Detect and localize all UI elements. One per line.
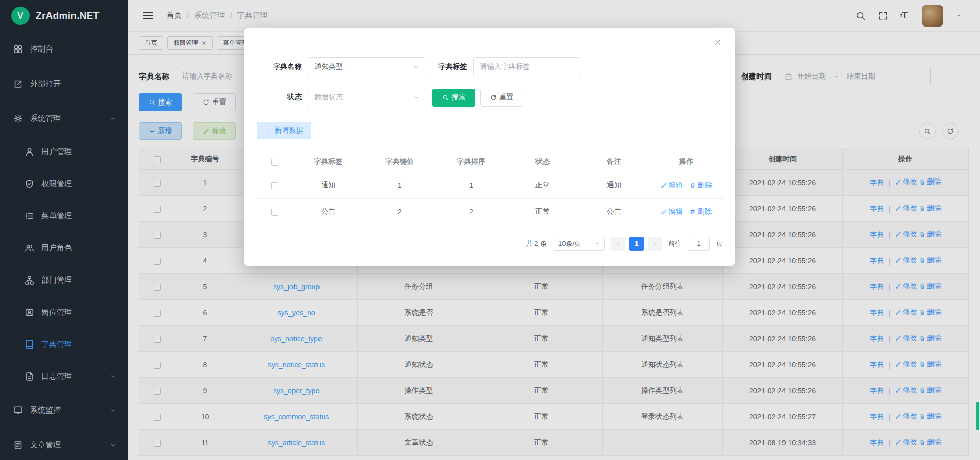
page-size-select[interactable]: 10条/页 xyxy=(553,237,605,251)
cell-dict-label: 通知 xyxy=(292,172,364,198)
modal-delete-link[interactable]: 删除 xyxy=(690,181,712,190)
dict-label-input[interactable]: 请输入字典标签 xyxy=(473,57,580,76)
trash-icon xyxy=(690,182,696,188)
chevron-down-icon xyxy=(413,94,420,101)
add-data-button[interactable]: 新增数据 xyxy=(257,122,311,139)
scrollbar-thumb[interactable] xyxy=(976,402,979,430)
dict-data-modal: 字典名称 通知类型 字典标签 请输入字典标签 状态 数据状态 搜索 重置 xyxy=(244,28,735,266)
cell-dict-value: 2 xyxy=(364,198,435,225)
chevron-down-icon xyxy=(594,240,600,247)
modal-delete-link[interactable]: 删除 xyxy=(690,207,712,216)
cell-dict-value: 1 xyxy=(364,172,435,198)
cell-operations: 编辑 删除 xyxy=(650,172,723,198)
modal-table-row: 公告 2 2 正常 公告 编辑 删除 xyxy=(257,198,723,225)
goto-label: 前往 xyxy=(668,239,681,248)
col-header-dict-sort: 字典排序 xyxy=(435,151,507,172)
dict-data-table: 字典标签 字典键值 字典排序 状态 备注 操作 通知 1 1 正常 通知 编 xyxy=(257,151,723,225)
next-page-button[interactable] xyxy=(648,237,662,251)
cell-dict-label: 公告 xyxy=(292,198,364,225)
modal-table-header-row: 字典标签 字典键值 字典排序 状态 备注 操作 xyxy=(257,151,723,172)
cell-status: 正常 xyxy=(507,198,578,225)
cell-dict-sort: 2 xyxy=(435,198,507,225)
modal-edit-link[interactable]: 编辑 xyxy=(661,207,683,216)
select-value: 10条/页 xyxy=(558,239,590,248)
input-placeholder: 请输入字典标签 xyxy=(480,62,530,71)
modal-row-checkbox[interactable] xyxy=(271,209,278,216)
cell-remark: 公告 xyxy=(578,198,650,225)
chevron-left-icon xyxy=(615,241,621,247)
prev-page-button[interactable] xyxy=(611,237,625,251)
modal-table-row: 通知 1 1 正常 通知 编辑 删除 xyxy=(257,172,723,198)
modal-table-body: 通知 1 1 正常 通知 编辑 删除 公告 2 2 正常 xyxy=(257,172,723,225)
chevron-down-icon xyxy=(413,64,420,70)
modal-edit-link[interactable]: 编辑 xyxy=(661,181,683,190)
modal-dict-name-label: 字典名称 xyxy=(257,62,302,71)
select-placeholder: 数据状态 xyxy=(314,93,409,102)
modal-dict-label-label: 字典标签 xyxy=(438,62,467,71)
cell-operations: 编辑 删除 xyxy=(650,198,723,225)
pencil-icon xyxy=(661,209,667,215)
col-header-operations: 操作 xyxy=(650,151,723,172)
page-number-1[interactable]: 1 xyxy=(629,237,644,251)
trash-icon xyxy=(690,209,696,215)
modal-status-label: 状态 xyxy=(257,93,302,102)
cell-status: 正常 xyxy=(507,172,578,198)
select-value: 通知类型 xyxy=(314,62,409,71)
col-header-remark: 备注 xyxy=(578,151,650,172)
page-unit-label: 页 xyxy=(716,239,723,248)
cell-dict-sort: 1 xyxy=(435,172,507,198)
cell-remark: 通知 xyxy=(578,172,650,198)
modal-select-all-checkbox[interactable] xyxy=(271,159,278,166)
modal-row-checkbox[interactable] xyxy=(271,182,278,189)
pager: 1 xyxy=(611,237,662,251)
modal-filter-form: 字典名称 通知类型 字典标签 请输入字典标签 状态 数据状态 搜索 重置 xyxy=(257,28,723,107)
col-header-dict-value: 字典键值 xyxy=(364,151,435,172)
col-header-status: 状态 xyxy=(507,151,578,172)
chevron-right-icon xyxy=(652,241,658,247)
close-icon[interactable] xyxy=(714,38,722,46)
search-icon xyxy=(442,94,449,101)
goto-page-input[interactable]: 1 xyxy=(688,237,710,251)
pagination-total: 共 2 条 xyxy=(526,239,547,248)
status-select[interactable]: 数据状态 xyxy=(308,88,425,107)
modal-search-button[interactable]: 搜索 xyxy=(432,89,475,107)
dict-name-select[interactable]: 通知类型 xyxy=(308,57,425,76)
col-header-dict-label: 字典标签 xyxy=(292,151,364,172)
plus-icon xyxy=(265,127,272,134)
pencil-icon xyxy=(661,182,667,188)
modal-reset-button[interactable]: 重置 xyxy=(480,89,523,107)
refresh-icon xyxy=(490,94,497,101)
pagination: 共 2 条 10条/页 1 前往 1 页 xyxy=(257,237,723,251)
